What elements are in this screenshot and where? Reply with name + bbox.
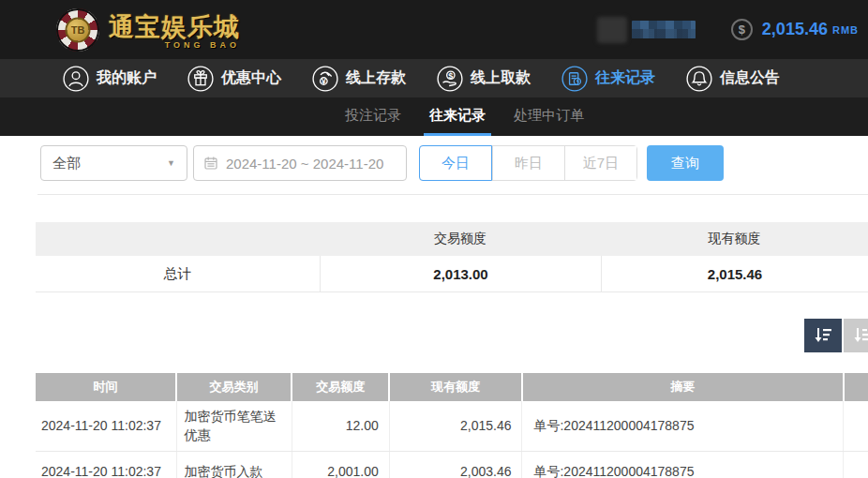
section-divider <box>37 194 868 195</box>
balance-display[interactable]: $ 2,015.46 RMB <box>731 19 859 40</box>
range-today-button[interactable]: 今日 <box>419 145 492 181</box>
record-note <box>844 401 868 451</box>
filter-bar: 全部 ▼ 2024-11-20 ~ 2024-11-20 今日 昨日 近7日 查… <box>40 145 868 181</box>
header-right: $ 2,015.46 RMB <box>597 17 868 43</box>
bell-icon <box>685 65 713 93</box>
record-note <box>844 451 868 478</box>
record-balance: 2,003.46 <box>389 451 522 478</box>
nav-item-withdraw[interactable]: $ 线上取款 <box>436 65 531 93</box>
date-range-input[interactable]: 2024-11-20 ~ 2024-11-20 <box>193 145 407 181</box>
date-range-value: 2024-11-20 ~ 2024-11-20 <box>226 156 383 172</box>
gift-icon <box>187 65 215 93</box>
tab-transaction-records[interactable]: 往来记录 <box>424 97 491 136</box>
sort-amount-desc-button[interactable] <box>804 319 842 352</box>
chip-monogram: TB <box>66 17 91 42</box>
records-header-row: 时间 交易类别 交易额度 现有额度 摘要 备注 <box>36 373 868 401</box>
quick-range-group: 今日 昨日 近7日 <box>419 145 637 181</box>
withdraw-icon: $ <box>436 65 464 93</box>
nav-item-my-account[interactable]: 我的账户 <box>62 65 157 93</box>
summary-header-transaction-amount: 交易额度 <box>320 231 601 247</box>
calendar-icon <box>203 156 218 171</box>
record-summary: 单号:202411200004178875 <box>522 451 844 478</box>
table-row: 2024-11-20 11:02:37 加密货币笔笔送优惠 12.00 2,01… <box>36 401 868 451</box>
sort-amount-asc-button[interactable] <box>844 319 868 352</box>
col-type: 交易类别 <box>176 373 292 401</box>
record-time: 2024-11-20 11:02:37 <box>36 401 176 451</box>
nav-label: 线上取款 <box>471 68 531 88</box>
nav-item-promotions[interactable]: 优惠中心 <box>187 65 281 93</box>
nav-label: 优惠中心 <box>221 68 281 88</box>
svg-text:¥: ¥ <box>322 76 327 85</box>
records-icon <box>561 65 589 93</box>
tab-betting-records[interactable]: 投注记录 <box>339 97 407 136</box>
sort-controls <box>36 319 868 352</box>
summary-transaction-amount: 2,013.00 <box>320 256 601 291</box>
user-icon <box>62 65 90 93</box>
record-balance: 2,015.46 <box>389 401 522 451</box>
summary-table-header: 交易额度 现有额度 <box>36 222 868 256</box>
deposit-icon: ¥ <box>311 65 339 93</box>
record-amount: 2,001.00 <box>292 451 389 478</box>
record-type: 加密货币入款 <box>176 451 292 478</box>
poker-chip-icon: TB <box>56 8 99 52</box>
type-select-value: 全部 <box>52 155 81 172</box>
records-table: 时间 交易类别 交易额度 现有额度 摘要 备注 2024-11-20 11:02… <box>36 373 868 478</box>
nav-item-deposit[interactable]: ¥ 线上存款 <box>311 65 406 93</box>
record-type: 加密货币笔笔送优惠 <box>176 401 292 451</box>
site-logo[interactable]: TB 通宝娱乐城 TONG BAO <box>56 8 244 52</box>
user-avatar-blurred <box>597 17 627 43</box>
table-row: 2024-11-20 11:02:37 加密货币入款 2,001.00 2,00… <box>36 451 868 478</box>
summary-header-current-amount: 现有额度 <box>601 231 868 247</box>
search-button[interactable]: 查询 <box>647 145 724 181</box>
col-time: 时间 <box>36 373 176 401</box>
range-last7days-button[interactable]: 近7日 <box>564 146 636 180</box>
summary-total-label: 总计 <box>36 256 320 291</box>
logo-text: 通宝娱乐城 TONG BAO <box>109 10 244 50</box>
tab-pending-orders[interactable]: 处理中订单 <box>508 97 590 136</box>
record-summary: 单号:202411200004178875 <box>522 401 844 451</box>
col-amount: 交易额度 <box>292 373 389 401</box>
chevron-down-icon: ▼ <box>167 158 175 168</box>
col-summary: 摘要 <box>522 373 844 401</box>
top-header: TB 通宝娱乐城 TONG BAO $ 2,015.46 RMB <box>0 0 868 59</box>
record-amount: 12.00 <box>292 401 389 451</box>
sub-nav: 投注记录 往来记录 处理中订单 <box>0 97 868 136</box>
content-area: 全部 ▼ 2024-11-20 ~ 2024-11-20 今日 昨日 近7日 查… <box>0 145 868 478</box>
balance-currency: RMB <box>832 24 859 36</box>
range-yesterday-button[interactable]: 昨日 <box>492 146 564 180</box>
nav-label: 往来记录 <box>595 68 655 88</box>
nav-label: 我的账户 <box>97 68 157 88</box>
sort-amount-asc-icon <box>852 325 868 346</box>
site-name-latin: TONG BAO <box>109 40 240 50</box>
main-nav: 我的账户 优惠中心 ¥ 线上存款 $ 线上取款 往来记录 信息公告 <box>0 59 868 97</box>
nav-label: 线上存款 <box>346 68 406 88</box>
username-redacted <box>597 17 696 43</box>
summary-table: 交易额度 现有额度 总计 2,013.00 2,015.46 <box>36 222 868 292</box>
col-note: 备注 <box>844 373 868 401</box>
site-name: 通宝娱乐城 <box>109 13 240 41</box>
balance-amount: 2,015.46 <box>762 20 828 39</box>
sort-amount-desc-icon <box>813 325 833 346</box>
type-select[interactable]: 全部 ▼ <box>40 145 187 181</box>
dollar-circle-icon: $ <box>731 19 753 40</box>
summary-current-amount: 2,015.46 <box>601 256 868 291</box>
nav-label: 信息公告 <box>720 68 780 88</box>
svg-text:$: $ <box>448 70 453 80</box>
record-time: 2024-11-20 11:02:37 <box>36 451 176 478</box>
nav-item-announcements[interactable]: 信息公告 <box>685 65 780 93</box>
summary-total-row: 总计 2,013.00 2,015.46 <box>36 256 868 292</box>
username-blurred <box>632 21 696 38</box>
col-balance: 现有额度 <box>389 373 522 401</box>
nav-item-records[interactable]: 往来记录 <box>561 65 655 93</box>
